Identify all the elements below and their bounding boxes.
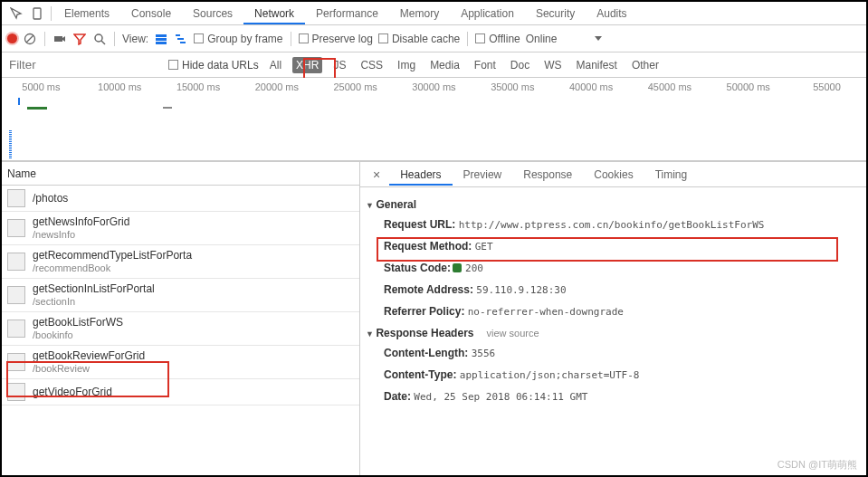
detail-tabs: × Headers Preview Response Cookies Timin… xyxy=(360,162,866,187)
filter-img[interactable]: Img xyxy=(394,57,419,73)
tab-preview[interactable]: Preview xyxy=(453,164,513,186)
disable-cache[interactable]: Disable cache xyxy=(378,33,460,45)
status-code: Status Code:200 xyxy=(384,262,861,274)
tab-console[interactable]: Console xyxy=(120,3,182,24)
request-row[interactable]: getNewsInfoForGrid/newsInfo xyxy=(2,212,359,245)
request-path: /recommendBook xyxy=(33,262,192,274)
search-icon[interactable] xyxy=(92,32,107,46)
group-by-frame[interactable]: Group by frame xyxy=(194,33,282,45)
checkbox-icon[interactable] xyxy=(475,33,485,43)
chevron-down-icon[interactable] xyxy=(595,36,602,41)
watermark: CSDN @IT萌萌熊 xyxy=(777,458,857,472)
filter-media[interactable]: Media xyxy=(426,57,463,73)
file-icon xyxy=(7,320,25,338)
referrer-policy: Referrer Policy: no-referrer-when-downgr… xyxy=(384,305,861,318)
clear-icon[interactable] xyxy=(23,32,37,46)
camera-icon[interactable] xyxy=(52,32,67,46)
tab-timing[interactable]: Timing xyxy=(644,164,699,186)
request-name: getSectionInListForPortal xyxy=(33,282,155,295)
throttling-select[interactable]: Online xyxy=(526,33,558,45)
filter-font[interactable]: Font xyxy=(471,57,500,73)
tab-network[interactable]: Network xyxy=(243,3,305,24)
waterfall-icon[interactable] xyxy=(174,32,188,46)
date-header: Date: Wed, 25 Sep 2018 06:14:11 GMT xyxy=(384,390,861,403)
timeline-marker xyxy=(9,130,12,159)
timeline-tick: 50000 ms xyxy=(709,81,787,92)
svg-point-4 xyxy=(95,34,102,42)
request-name: getBookReviewForGrid xyxy=(33,349,145,362)
filter-ws[interactable]: WS xyxy=(540,57,565,73)
tab-elements[interactable]: Elements xyxy=(53,3,120,24)
checkbox-icon[interactable] xyxy=(378,33,388,43)
view-label: View: xyxy=(122,33,148,45)
preserve-log[interactable]: Preserve log xyxy=(299,33,373,45)
request-row[interactable]: getVideoForGrid xyxy=(2,379,359,405)
filter-other[interactable]: Other xyxy=(628,57,663,73)
network-toolbar: View: Group by frame Preserve log Disabl… xyxy=(2,25,866,52)
request-row[interactable]: getBookReviewForGrid/bookReview xyxy=(2,346,359,379)
large-rows-icon[interactable] xyxy=(154,32,168,46)
request-path: /sectionIn xyxy=(33,295,155,308)
filter-js[interactable]: JS xyxy=(329,57,349,73)
request-name: /photos xyxy=(33,192,68,205)
request-row[interactable]: getRecommendTypeListForPorta/recommendBo… xyxy=(2,245,359,279)
content-length: Content-Length: 3556 xyxy=(384,347,861,359)
section-response-headers[interactable]: Response Headersview source xyxy=(366,327,861,339)
checkbox-icon[interactable] xyxy=(168,60,178,70)
filter-manifest[interactable]: Manifest xyxy=(573,57,621,73)
request-name: getVideoForGrid xyxy=(33,386,112,398)
svg-rect-10 xyxy=(177,38,184,40)
separator xyxy=(114,32,115,46)
timeline-tick: 15000 ms xyxy=(159,81,238,92)
section-general[interactable]: General xyxy=(366,198,861,211)
tab-performance[interactable]: Performance xyxy=(305,3,389,24)
request-row[interactable]: getSectionInListForPortal/sectionIn xyxy=(2,279,359,312)
checkbox-icon[interactable] xyxy=(299,33,309,43)
remote-address: Remote Address: 59.110.9.128:30 xyxy=(384,283,861,296)
tab-headers[interactable]: Headers xyxy=(389,164,452,186)
overview-timeline[interactable]: 5000 ms 10000 ms 15000 ms 20000 ms 25000… xyxy=(2,78,866,161)
filter-xhr[interactable]: XHR xyxy=(292,57,322,73)
tab-sources[interactable]: Sources xyxy=(182,3,243,24)
timeline-marker xyxy=(18,98,20,105)
tab-memory[interactable]: Memory xyxy=(389,3,450,24)
request-list-pane: Name /photos getNewsInfoForGrid/newsInfo… xyxy=(2,162,360,475)
request-row[interactable]: getBookListForWS/bookinfo xyxy=(2,312,359,346)
filter-doc[interactable]: Doc xyxy=(507,57,533,73)
svg-rect-7 xyxy=(156,38,167,41)
tab-application[interactable]: Application xyxy=(450,3,525,24)
svg-rect-8 xyxy=(156,42,167,44)
separator xyxy=(44,32,45,46)
svg-rect-11 xyxy=(180,42,186,43)
inspect-icon[interactable] xyxy=(5,4,27,24)
request-row[interactable]: /photos xyxy=(2,186,359,212)
request-path: /bookinfo xyxy=(33,329,123,341)
record-icon[interactable] xyxy=(7,33,17,43)
request-name: getBookListForWS xyxy=(33,316,123,329)
hide-data-urls[interactable]: Hide data URLs xyxy=(168,59,259,72)
timeline-tick: 5000 ms xyxy=(2,81,81,92)
device-icon[interactable] xyxy=(27,4,49,24)
timeline-tick: 25000 ms xyxy=(316,81,395,92)
request-url: Request URL: http://www.ptpress.com.cn/b… xyxy=(384,218,861,231)
tab-audits[interactable]: Audits xyxy=(586,3,637,24)
tab-cookies[interactable]: Cookies xyxy=(583,164,644,186)
tab-response[interactable]: Response xyxy=(512,164,583,186)
column-header-name[interactable]: Name xyxy=(2,162,359,186)
file-icon xyxy=(7,189,25,207)
filter-all[interactable]: All xyxy=(266,57,285,73)
filter-css[interactable]: CSS xyxy=(357,57,386,73)
filter-input[interactable] xyxy=(7,57,161,72)
timeline-tick: 20000 ms xyxy=(237,81,316,92)
filter-icon[interactable] xyxy=(72,32,87,46)
file-icon xyxy=(7,353,25,371)
close-icon[interactable]: × xyxy=(364,167,389,182)
svg-rect-9 xyxy=(176,34,180,36)
tab-security[interactable]: Security xyxy=(525,3,586,24)
request-detail-pane: × Headers Preview Response Cookies Timin… xyxy=(360,162,866,475)
checkbox-icon[interactable] xyxy=(194,33,204,43)
request-path: /bookReview xyxy=(33,362,145,375)
view-source-link[interactable]: view source xyxy=(486,328,539,339)
filter-bar: Hide data URLs All XHR JS CSS Img Media … xyxy=(2,52,866,78)
offline-toggle[interactable]: Offline xyxy=(475,33,520,45)
